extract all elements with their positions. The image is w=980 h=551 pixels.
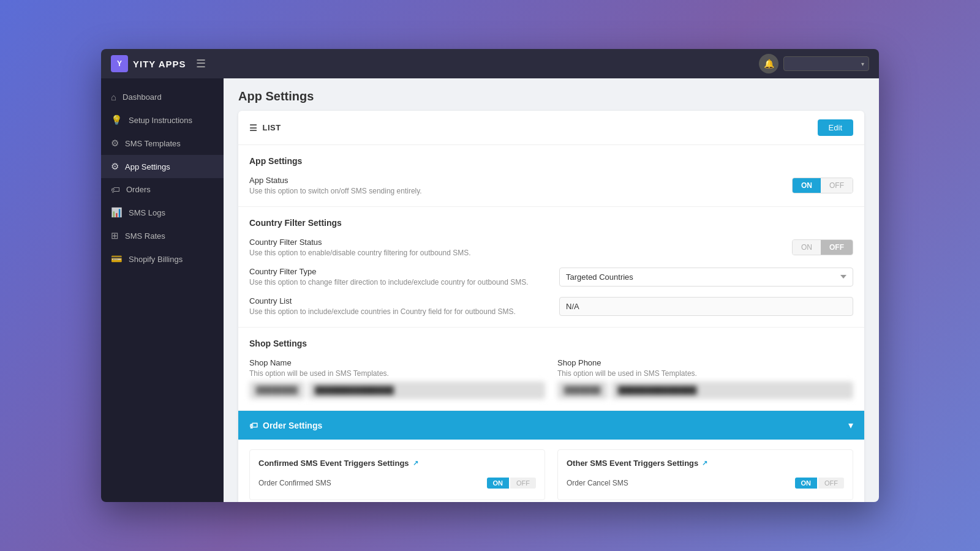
page-header: App Settings xyxy=(224,78,879,111)
sidebar-item-orders[interactable]: 🏷 Orders xyxy=(101,178,224,201)
shop-phone-desc: This option will be used in SMS Template… xyxy=(557,369,853,378)
confirmed-toggle-off[interactable]: OFF xyxy=(510,478,536,489)
app-status-toggle[interactable]: ON OFF xyxy=(792,178,853,193)
sidebar-label-sms-templates: SMS Templates xyxy=(125,139,181,148)
app-window: Y YITY APPS ☰ 🔔 ⌂ Dashboard 💡 Setup Inst… xyxy=(101,49,879,502)
hamburger-icon[interactable]: ☰ xyxy=(196,57,206,70)
shop-name-label: Shop Name xyxy=(249,358,545,367)
country-filter-type-label-block: Country Filter Type Use this option to c… xyxy=(249,267,556,287)
page-title: App Settings xyxy=(238,89,314,103)
grid-icon: ⊞ xyxy=(111,230,119,241)
filter-toggle-on[interactable]: ON xyxy=(793,240,821,255)
store-selector-wrapper xyxy=(783,56,869,71)
cancel-toggle-off[interactable]: OFF xyxy=(818,478,844,489)
list-icon: ☰ xyxy=(249,123,258,133)
card-header: ☰ LIST Edit xyxy=(238,111,864,145)
shop-phone-input-row: ███████ xyxy=(557,381,853,399)
order-cancel-label: Order Cancel SMS xyxy=(567,479,628,487)
app-status-row: App Status Use this option to switch on/… xyxy=(249,176,853,195)
country-list-row: Country List Use this option to include/… xyxy=(249,296,853,316)
settings-icon: ⚙ xyxy=(111,161,119,172)
filter-toggle-off[interactable]: OFF xyxy=(821,240,853,255)
store-selector[interactable] xyxy=(783,56,869,71)
shop-phone-field: Shop Phone This option will be used in S… xyxy=(557,358,853,399)
toggle-off-btn[interactable]: OFF xyxy=(821,178,853,193)
other-trigger-col: Other SMS Event Triggers Settings ↗ Orde… xyxy=(557,449,853,500)
app-status-desc: Use this option to switch on/off SMS sen… xyxy=(249,187,556,195)
toggle-on-btn[interactable]: ON xyxy=(793,178,821,193)
sidebar: ⌂ Dashboard 💡 Setup Instructions ⚙ SMS T… xyxy=(101,78,224,502)
sidebar-label-orders: Orders xyxy=(126,185,151,194)
tag-icon: 🏷 xyxy=(111,184,120,195)
order-settings-banner[interactable]: 🏷 Order Settings ▾ xyxy=(238,411,864,440)
external-link-icon-other[interactable]: ↗ xyxy=(702,459,707,467)
bell-button[interactable]: 🔔 xyxy=(759,54,778,73)
app-status-label-block: App Status Use this option to switch on/… xyxy=(249,176,556,195)
country-filter-type-select[interactable]: Targeted Countries Excluded Countries xyxy=(559,268,853,287)
country-filter-section: Country Filter Settings Country Filter S… xyxy=(238,207,864,328)
country-filter-status-row: Country Filter Status Use this option to… xyxy=(249,238,853,257)
sidebar-item-sms-templates[interactable]: ⚙ SMS Templates xyxy=(101,132,224,155)
country-filter-type-row: Country Filter Type Use this option to c… xyxy=(249,267,853,287)
country-list-control xyxy=(559,297,853,316)
edit-button[interactable]: Edit xyxy=(818,119,853,136)
sidebar-label-dashboard: Dashboard xyxy=(123,92,162,102)
chevron-down-icon: ▾ xyxy=(848,419,853,431)
sidebar-item-shopify-billings[interactable]: 💳 Shopify Billings xyxy=(101,247,224,271)
cancel-toggle-on[interactable]: ON xyxy=(795,478,818,489)
main-layout: ⌂ Dashboard 💡 Setup Instructions ⚙ SMS T… xyxy=(101,78,879,502)
app-status-label: App Status xyxy=(249,176,556,185)
shop-phone-input[interactable] xyxy=(611,381,853,399)
sidebar-label-sms-logs: SMS Logs xyxy=(129,208,165,217)
sidebar-item-sms-logs[interactable]: 📊 SMS Logs xyxy=(101,201,224,224)
country-filter-type-control: Targeted Countries Excluded Countries xyxy=(559,268,853,287)
bulb-icon: 💡 xyxy=(111,114,123,126)
order-confirmed-row: Order Confirmed SMS ON OFF xyxy=(258,475,536,491)
order-cancel-toggle[interactable]: ON OFF xyxy=(795,478,845,489)
other-trigger-label: Other SMS Event Triggers Settings xyxy=(567,459,698,468)
shop-settings-section: Shop Settings Shop Name This option will… xyxy=(238,328,864,411)
logo-icon: Y xyxy=(111,55,128,72)
country-filter-toggle[interactable]: ON OFF xyxy=(792,239,853,255)
confirmed-trigger-title: Confirmed SMS Event Triggers Settings ↗ xyxy=(258,459,536,468)
sidebar-label-setup: Setup Instructions xyxy=(129,116,192,125)
external-link-icon-confirmed[interactable]: ↗ xyxy=(413,459,418,467)
card-icon: 💳 xyxy=(111,253,123,264)
tag-icon-order: 🏷 xyxy=(249,421,258,430)
card-header-title: ☰ LIST xyxy=(249,123,281,133)
confirmed-trigger-label: Confirmed SMS Event Triggers Settings xyxy=(258,459,409,468)
country-filter-status-label-block: Country Filter Status Use this option to… xyxy=(249,238,556,257)
shop-name-desc: This option will be used in SMS Template… xyxy=(249,369,545,378)
shop-name-input[interactable] xyxy=(308,381,545,399)
triggers-section: Confirmed SMS Event Triggers Settings ↗ … xyxy=(238,440,864,502)
sidebar-item-app-settings[interactable]: ⚙ App Settings xyxy=(101,155,224,178)
shop-row: Shop Name This option will be used in SM… xyxy=(249,358,853,399)
topnav: Y YITY APPS ☰ 🔔 xyxy=(101,49,879,78)
app-settings-section: App Settings App Status Use this option … xyxy=(238,145,864,207)
shop-name-code: ████████ xyxy=(249,381,304,399)
sidebar-item-setup-instructions[interactable]: 💡 Setup Instructions xyxy=(101,108,224,132)
sidebar-item-dashboard[interactable]: ⌂ Dashboard xyxy=(101,86,224,108)
order-confirmed-toggle[interactable]: ON OFF xyxy=(487,478,537,489)
shop-name-input-row: ████████ xyxy=(249,381,545,399)
main-card: ☰ LIST Edit App Settings App Status Use … xyxy=(238,111,864,502)
gear-icon: ⚙ xyxy=(111,138,119,149)
sidebar-label-app-settings: App Settings xyxy=(125,162,170,171)
country-filter-title: Country Filter Settings xyxy=(249,218,853,228)
list-label: LIST xyxy=(263,123,281,132)
shop-phone-label: Shop Phone xyxy=(557,358,853,367)
confirmed-toggle-on[interactable]: ON xyxy=(487,478,510,489)
country-list-input[interactable] xyxy=(559,297,853,316)
sidebar-label-sms-rates: SMS Rates xyxy=(125,231,165,241)
country-list-label-block: Country List Use this option to include/… xyxy=(249,296,556,316)
country-filter-status-label: Country Filter Status xyxy=(249,238,556,247)
country-filter-type-label: Country Filter Type xyxy=(249,267,556,276)
country-filter-status-control: ON OFF xyxy=(792,239,853,255)
logo-text: YITY APPS xyxy=(133,59,186,69)
content-area: App Settings ☰ LIST Edit App Setti xyxy=(224,78,879,502)
sidebar-item-sms-rates[interactable]: ⊞ SMS Rates xyxy=(101,224,224,247)
confirmed-trigger-col: Confirmed SMS Event Triggers Settings ↗ … xyxy=(249,449,545,500)
content-inner: ☰ LIST Edit App Settings App Status Use … xyxy=(224,111,879,502)
shop-name-field: Shop Name This option will be used in SM… xyxy=(249,358,545,399)
country-list-desc: Use this option to include/exclude count… xyxy=(249,307,556,316)
